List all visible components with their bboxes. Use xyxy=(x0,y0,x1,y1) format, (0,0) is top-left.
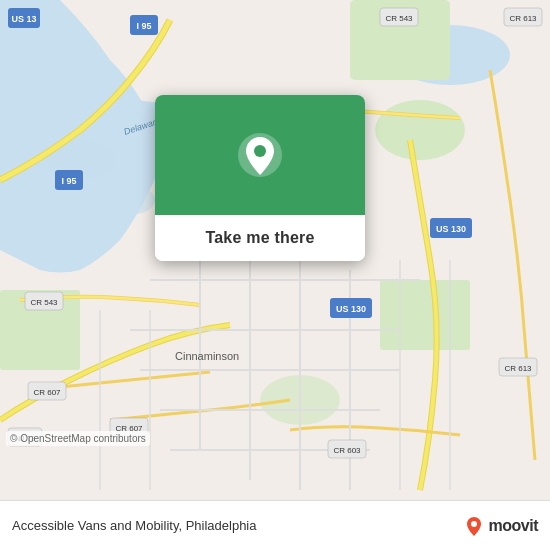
moovit-pin-icon xyxy=(463,515,485,537)
svg-text:US 13: US 13 xyxy=(11,14,36,24)
svg-text:Cinnaminson: Cinnaminson xyxy=(175,350,239,362)
svg-text:CR 543: CR 543 xyxy=(385,14,413,23)
svg-text:I 95: I 95 xyxy=(136,21,151,31)
moovit-logo: moovit xyxy=(463,515,538,537)
svg-text:I 95: I 95 xyxy=(61,176,76,186)
svg-text:CR 607: CR 607 xyxy=(33,388,61,397)
svg-point-52 xyxy=(471,521,477,527)
map-container: US 13 I 95 CR 543 CR 613 I 95 US 130 US … xyxy=(0,0,550,500)
location-pin-icon xyxy=(236,131,284,179)
svg-text:CR 543: CR 543 xyxy=(30,298,58,307)
map-attribution: © OpenStreetMap contributors xyxy=(6,431,150,446)
take-me-there-button[interactable]: Take me there xyxy=(155,215,365,261)
svg-text:US 130: US 130 xyxy=(336,304,366,314)
popup-card: Take me there xyxy=(155,95,365,261)
svg-text:US 130: US 130 xyxy=(436,224,466,234)
svg-text:CR 603: CR 603 xyxy=(333,446,361,455)
svg-text:CR 613: CR 613 xyxy=(509,14,537,23)
svg-point-3 xyxy=(105,185,155,215)
svg-point-5 xyxy=(375,100,465,160)
location-address: Accessible Vans and Mobility, Philadelph… xyxy=(12,518,257,533)
popup-green-area xyxy=(155,95,365,215)
bottom-bar: Accessible Vans and Mobility, Philadelph… xyxy=(0,500,550,550)
svg-text:CR 613: CR 613 xyxy=(504,364,532,373)
svg-rect-7 xyxy=(380,280,470,350)
moovit-text: moovit xyxy=(489,517,538,535)
svg-point-51 xyxy=(254,145,266,157)
